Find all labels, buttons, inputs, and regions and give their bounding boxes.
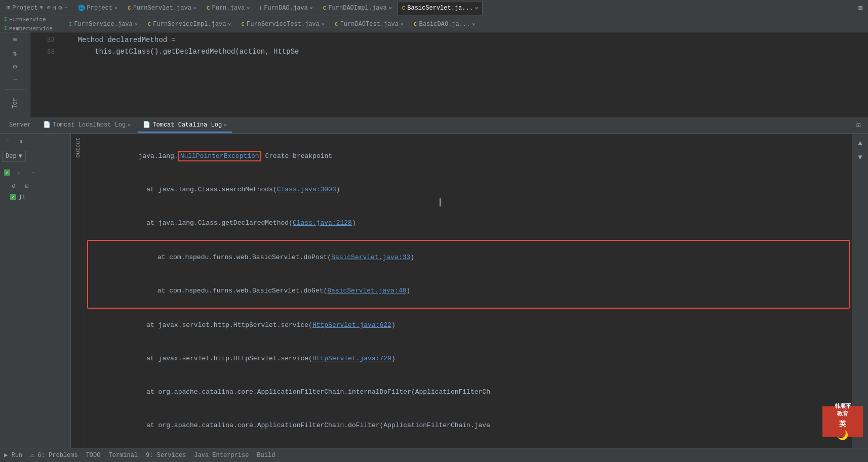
furn-dao-icon: ℹ: [260, 5, 262, 11]
watermark-lang: 英: [839, 419, 846, 429]
tab2-furn-service-java-close[interactable]: ✕: [135, 21, 138, 27]
tab-furn-dao-impl-close[interactable]: ✕: [389, 5, 392, 11]
link-http-servlet-729[interactable]: HttpServlet.java:729: [312, 355, 391, 362]
code-line-32: 32 Method declaredMethod =: [30, 34, 868, 46]
link-http-servlet-622[interactable]: HttpServlet.java:622: [312, 321, 391, 329]
tab-web-xml-close[interactable]: ✕: [114, 5, 117, 11]
log-content: java.lang.NullPointerException Create br…: [85, 134, 852, 448]
sidebar-furn-service[interactable]: I FurnService: [2, 16, 55, 24]
status-terminal[interactable]: Terminal: [108, 452, 138, 459]
tab2-furn-service-test[interactable]: C FurnServiceTest.java ✕: [236, 17, 329, 31]
tab-furn-dao-impl[interactable]: C FurnDAOImpl.java ✕: [319, 1, 397, 15]
catalina-log-icon: 📄: [143, 121, 150, 129]
panel-left-btn2[interactable]: ⇅: [15, 136, 26, 147]
log-line-http-servlet-729: at javax.servlet.http.HttpServlet.servic…: [85, 342, 852, 375]
toolbar-btn2[interactable]: ⇅: [53, 4, 56, 12]
basic-servlet-icon: C: [402, 5, 406, 11]
tab-furn-dao[interactable]: ℹ FurnDAO.java ✕: [255, 1, 317, 15]
panel-tab-localhost-log[interactable]: 📄 Tomcat Localhost Log ✕: [38, 118, 136, 133]
status-problems[interactable]: ⚠ 6: Problems: [30, 451, 78, 459]
editor-toolbar-split[interactable]: ⇅: [10, 48, 21, 59]
tab-furn-java[interactable]: C Furn.java ✕: [202, 1, 254, 15]
panel-tab-catalina-log[interactable]: 📄 Tomcat Catalina Log ✕: [138, 118, 232, 133]
link-class-java-3003[interactable]: Class.java:3003: [277, 186, 336, 193]
code-editor: 32 Method declaredMethod = 33 this.getCl…: [30, 32, 868, 117]
log-line-basic-servlet-get: at com.hspedu.furns.web.BasicServlet.doG…: [88, 274, 849, 308]
tab2-basic-dao[interactable]: C BasicDAO.ja... ✕: [409, 17, 480, 31]
status-run[interactable]: ▶ Run: [4, 451, 22, 459]
null-pointer-exception-box[interactable]: NullPointerException: [178, 151, 261, 161]
editor-toolbar-gear[interactable]: ⚙: [10, 61, 21, 72]
editor-tabs-row2: I FurnService I MemberService I FurnServ…: [0, 16, 868, 32]
link-class-java-2128[interactable]: Class.java:2128: [293, 219, 352, 227]
tab-basic-servlet[interactable]: C BasicServlet.ja... ✕: [398, 1, 483, 15]
tab-furn-java-close[interactable]: ✕: [247, 5, 250, 11]
editor-toolbar-minus[interactable]: −: [10, 74, 21, 85]
tab2-furn-dao-test[interactable]: C FurnDAOTest.java ✕: [330, 17, 408, 31]
panel-tab-localhost-close[interactable]: ✕: [128, 122, 131, 128]
tab2-furn-service-impl[interactable]: C FurnServiceImpl.java ✕: [143, 17, 236, 31]
tab-web-xml[interactable]: 🌐 Project ✕: [73, 1, 122, 15]
watermark: 韩顺平 教育 英 🌙: [822, 406, 863, 437]
watermark-line1: 韩顺平: [835, 402, 851, 410]
panel-tab-server[interactable]: Server: [4, 118, 36, 133]
tab-furn-servlet[interactable]: C FurnServlet.java ✕: [123, 1, 201, 15]
status-java-enterprise[interactable]: Java Enterprise: [194, 452, 249, 459]
cursor: [440, 198, 441, 206]
output-vertical-label: Output: [75, 138, 81, 158]
tab-furn-dao-close[interactable]: ✕: [310, 5, 313, 11]
log-line-error: java.lang.NullPointerException Create br…: [85, 138, 852, 173]
tab2-furn-service-impl-close[interactable]: ✕: [228, 21, 231, 27]
furn-servlet-icon: C: [128, 5, 131, 11]
ji-checkbox[interactable]: ✓: [10, 194, 16, 200]
arrow-down-icon[interactable]: ↓: [13, 167, 24, 178]
furn-service-tree-icon: I: [4, 17, 7, 22]
project-dropdown[interactable]: ▼: [40, 5, 43, 11]
furn-service-java-icon: I: [69, 21, 72, 27]
furn-java-icon: C: [207, 5, 210, 11]
editor-tabs-row1: ⊞ Project ▼ ⊕ ⇅ ⚙ − 🌐 Project ✕ C FurnSe…: [0, 0, 868, 16]
server-checkbox[interactable]: ✓: [4, 170, 10, 176]
toolbar-btn[interactable]: ⊕: [47, 4, 51, 12]
status-build[interactable]: Build: [257, 452, 275, 459]
log-line-http-servlet-622: at javax.servlet.http.HttpServlet.servic…: [85, 309, 852, 342]
web-xml-icon: 🌐: [78, 5, 85, 11]
tab2-furn-service-java[interactable]: I FurnService.java ✕: [64, 17, 142, 31]
toolbar-minus[interactable]: −: [64, 5, 67, 12]
scroll-up-btn[interactable]: ▲: [855, 138, 866, 149]
panel-maximize-btn[interactable]: ⊡: [853, 120, 864, 131]
tab-basic-servlet-close[interactable]: ✕: [475, 5, 478, 11]
status-services[interactable]: 9: Services: [146, 452, 186, 459]
tab-project[interactable]: ⊞ Project ▼ ⊕ ⇅ ⚙ −: [2, 1, 72, 15]
tab2-furn-dao-test-close[interactable]: ✕: [401, 21, 404, 27]
refresh-icon[interactable]: ↺: [8, 180, 19, 191]
tree-item-ji[interactable]: ✓ ji: [8, 192, 68, 201]
status-bar: ▶ Run ⚠ 6: Problems TODO Terminal 9: Ser…: [0, 448, 868, 462]
scroll-down-btn[interactable]: ▼: [855, 152, 866, 163]
editor-section: ≡ ⇅ ⚙ − Tor 32 Method declaredMethod = 3…: [0, 32, 868, 117]
panel-right-controls: ▲ ▼: [852, 134, 868, 448]
tab-furn-servlet-close[interactable]: ✕: [193, 5, 196, 11]
tab2-basic-dao-close[interactable]: ✕: [472, 21, 475, 27]
log-line-ws-filter: at org.apache.tomcat.websocket.server.Ws…: [85, 442, 852, 448]
member-service-tree-icon: I: [4, 26, 7, 31]
tab2-furn-service-test-close[interactable]: ✕: [322, 21, 325, 27]
project-icon: ⊞: [7, 4, 10, 12]
sidebar-member-service[interactable]: I MemberService: [2, 25, 55, 33]
arrow-right-icon[interactable]: →: [27, 167, 38, 178]
link-basic-servlet-48[interactable]: BasicServlet.java:48: [327, 287, 406, 295]
furn-service-impl-icon: C: [148, 21, 151, 27]
furn-service-test-icon: C: [241, 21, 245, 27]
filter-icon[interactable]: ⊞: [21, 180, 32, 191]
log-line-basic-servlet-post: at com.hspedu.furns.web.BasicServlet.doP…: [88, 241, 849, 274]
editor-toolbar-center[interactable]: ≡: [10, 34, 21, 46]
log-line-app-filter-internal: at org.apache.catalina.core.ApplicationF…: [85, 375, 852, 409]
panel-tab-catalina-close[interactable]: ✕: [224, 122, 227, 128]
link-basic-servlet-33[interactable]: BasicServlet.java:33: [331, 254, 410, 261]
dep-dropdown[interactable]: Dep ▼: [2, 151, 26, 162]
log-line-app-filter-do: at org.apache.catalina.core.ApplicationF…: [85, 409, 852, 442]
panel-left-btn1[interactable]: ≡: [2, 136, 13, 147]
toolbar-gear[interactable]: ⚙: [58, 4, 62, 12]
status-todo[interactable]: TODO: [86, 452, 101, 459]
panel-close-btn[interactable]: ⊠: [855, 3, 866, 14]
